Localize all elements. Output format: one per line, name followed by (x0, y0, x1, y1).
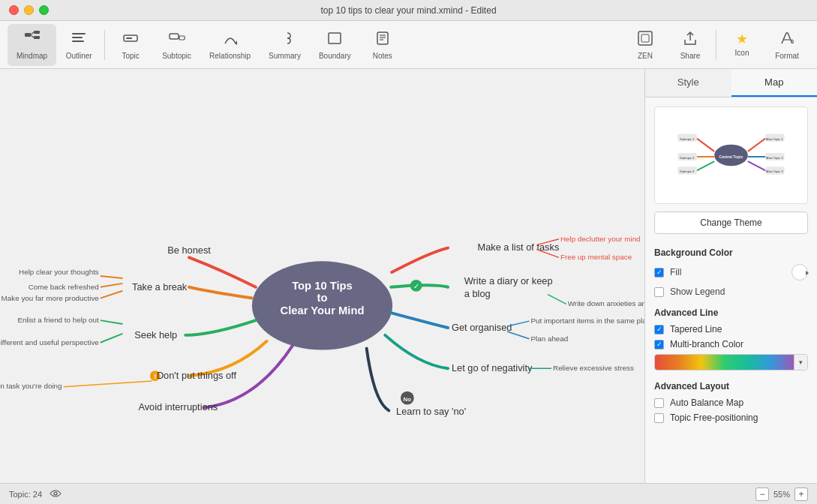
icon-label: Icon (735, 49, 749, 57)
format-label: Format (775, 52, 799, 60)
change-theme-button[interactable]: Change Theme (654, 212, 808, 234)
minimize-button[interactable] (24, 5, 34, 15)
advanced-layout-header: Advanced Layout (654, 381, 808, 392)
subtopic-label: Subtopic (162, 52, 191, 60)
svg-text:Main Topic 1: Main Topic 1 (766, 137, 783, 141)
canvas[interactable]: Top 10 Tips to Clear Your Mind Be honest… (0, 69, 644, 483)
svg-text:Relieve excessive stress: Relieve excessive stress (553, 364, 634, 372)
toolbar-format[interactable]: Format (764, 24, 809, 66)
svg-rect-15 (329, 33, 341, 44)
svg-text:Main Topic 3: Main Topic 3 (766, 170, 783, 173)
zoom-out-button[interactable]: − (755, 488, 769, 501)
toolbar-share[interactable]: Share (668, 24, 713, 66)
svg-rect-11 (179, 36, 185, 40)
svg-line-43 (64, 381, 152, 387)
advanced-line-header: Advanced Line (654, 308, 808, 318)
outliner-label: Outliner (66, 52, 92, 60)
zen-label: ZEN (638, 52, 653, 60)
toolbar-icon[interactable]: ★ Icon (719, 24, 764, 66)
tapered-line-checkbox[interactable] (654, 325, 664, 334)
tab-map[interactable]: Map (731, 69, 818, 97)
toolbar-summary[interactable]: Summary (260, 24, 310, 66)
svg-text:Subtopic 2: Subtopic 2 (680, 156, 695, 160)
toolbar-relationship[interactable]: Relationship (200, 24, 260, 66)
svg-text:Clear Your Mind: Clear Your Mind (281, 304, 365, 316)
toolbar-topic[interactable]: Topic (108, 24, 153, 66)
svg-rect-7 (72, 40, 84, 42)
topic-free-checkbox[interactable] (654, 413, 664, 423)
svg-text:a blog: a blog (464, 288, 491, 299)
multi-branch-checkbox[interactable] (654, 340, 664, 350)
svg-rect-21 (641, 34, 649, 42)
traffic-lights[interactable] (9, 5, 49, 15)
notes-icon (374, 30, 391, 49)
svg-rect-16 (377, 32, 388, 44)
auto-balance-checkbox[interactable] (654, 398, 664, 408)
svg-point-89 (54, 492, 57, 495)
svg-rect-2 (34, 36, 40, 39)
topic-free-label: Topic Free-positioning (670, 412, 758, 423)
svg-rect-0 (25, 33, 31, 37)
summary-label: Summary (269, 52, 301, 60)
svg-rect-9 (126, 38, 132, 39)
advanced-line-section: Advanced Line Tapered Line Multi-branch … (654, 308, 808, 370)
svg-text:Different and useful perspecti: Different and useful perspective (0, 338, 99, 346)
eye-icon (50, 489, 62, 500)
svg-text:Learn to say 'no': Learn to say 'no' (396, 406, 466, 417)
svg-rect-20 (638, 32, 652, 45)
zoom-level: 55% (773, 490, 790, 499)
svg-line-60 (507, 332, 530, 339)
topic-icon (122, 30, 139, 49)
fill-row: Fill (654, 264, 808, 280)
background-color-header: Background Color (654, 248, 808, 258)
color-strip-arrow[interactable]: ▾ (794, 355, 807, 370)
share-label: Share (680, 52, 701, 60)
svg-text:Help declutter your mind: Help declutter your mind (560, 235, 641, 243)
share-icon (682, 30, 698, 49)
svg-line-33 (101, 291, 123, 298)
show-legend-row: Show Legend (654, 286, 808, 297)
tab-style[interactable]: Style (645, 69, 731, 97)
topic-label: Topic (122, 52, 139, 60)
close-button[interactable] (9, 5, 19, 15)
zoom-in-button[interactable]: + (794, 488, 808, 501)
toolbar-boundary[interactable]: Boundary (310, 24, 360, 66)
topic-free-row: Topic Free-positioning (654, 412, 808, 423)
summary-icon (277, 30, 293, 49)
toolbar-mindmap[interactable]: Mindmap (8, 24, 56, 66)
right-panel: Style Map Central Topic Subtopic 1 Subto… (644, 69, 817, 483)
toolbar-notes[interactable]: Notes (360, 24, 405, 66)
svg-text:Main Topic 2: Main Topic 2 (766, 156, 783, 160)
svg-text:Top 10 Tips: Top 10 Tips (292, 280, 353, 292)
status-bar: Topic: 24 − 55% + (0, 483, 817, 504)
svg-line-38 (101, 334, 123, 343)
show-legend-checkbox[interactable] (654, 287, 664, 297)
fill-label: Fill (670, 267, 785, 278)
svg-text:Enlist a friend to help out: Enlist a friend to help out (17, 316, 99, 324)
svg-text:Write a diary or keep: Write a diary or keep (464, 275, 553, 286)
svg-rect-5 (72, 33, 86, 34)
auto-balance-row: Auto Balance Map (654, 398, 808, 408)
color-strip[interactable]: ▾ (654, 354, 808, 370)
toolbar-outliner[interactable]: Outliner (56, 24, 101, 66)
svg-line-55 (548, 295, 566, 304)
svg-text:Subtopic 1: Subtopic 1 (680, 137, 695, 141)
svg-text:Put important items in the sam: Put important items in the same place (530, 316, 644, 325)
svg-text:Don't put things off: Don't put things off (157, 370, 237, 381)
maximize-button[interactable] (39, 5, 49, 15)
divider-1 (104, 30, 105, 60)
fill-color-swatch[interactable] (791, 264, 808, 280)
svg-text:Central Topic: Central Topic (719, 154, 743, 159)
svg-text:Avoid interruptions: Avoid interruptions (138, 401, 218, 412)
svg-text:Concentrate on task you're doi: Concentrate on task you're doing (0, 382, 62, 390)
svg-text:No: No (404, 396, 412, 403)
toolbar-subtopic[interactable]: Subtopic (153, 24, 200, 66)
fill-checkbox[interactable] (654, 268, 664, 278)
relationship-label: Relationship (209, 52, 251, 60)
advanced-layout-section: Advanced Layout Auto Balance Map Topic F… (654, 381, 808, 423)
subtopic-icon (169, 30, 185, 49)
color-gradient (655, 355, 794, 370)
svg-line-36 (101, 320, 123, 324)
toolbar-zen[interactable]: ZEN (623, 24, 668, 66)
boundary-icon (326, 30, 343, 49)
